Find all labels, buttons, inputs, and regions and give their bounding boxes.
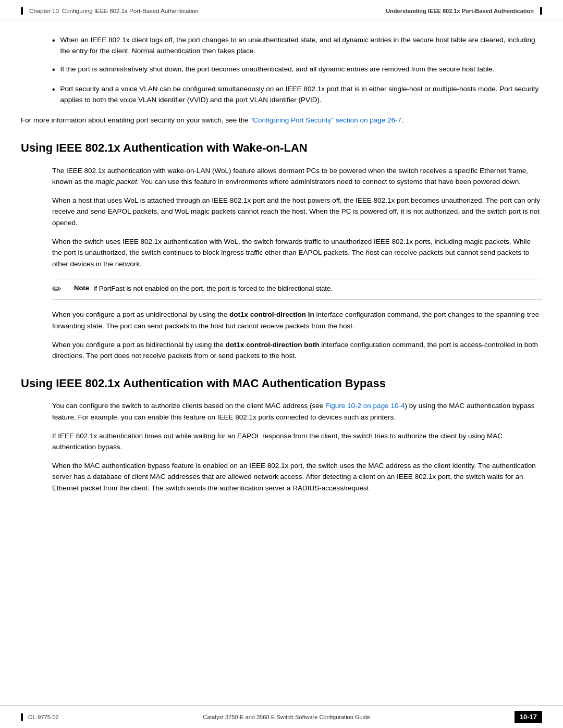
bullet-list: When an IEEE 802.1x client logs off, the… [21, 35, 542, 105]
magic-packet-italic: magic packet [95, 178, 137, 186]
figure-link[interactable]: Figure 10-2 on page 10-4 [325, 402, 405, 410]
header-bar-right [540, 7, 542, 15]
section1-para-after2: When you configure a port as bidirection… [21, 339, 542, 362]
note-label: Note [74, 283, 89, 292]
list-item: If the port is administratively shut dow… [21, 64, 542, 77]
section1-para3: When the switch uses IEEE 802.1x authent… [21, 236, 542, 270]
cmd-bidirectional: dot1x control-direction both [225, 341, 319, 349]
header-right-title: Understanding IEEE 802.1x Port-Based Aut… [386, 8, 534, 14]
for-more-text-pre: For more information about enabling port… [21, 116, 250, 124]
bullet-text-3: Port security and a voice VLAN can be co… [60, 84, 542, 106]
footer-center-text: Catalyst 3750-E and 3560-E Switch Softwa… [203, 714, 370, 720]
section2-para1: You can configure the switch to authoriz… [21, 400, 542, 423]
bullet-text-1: When an IEEE 802.1x client logs off, the… [60, 35, 542, 57]
page: Chapter 10 Configuring IEEE 802.1x Port-… [0, 0, 563, 728]
page-number: 10-17 [515, 711, 542, 723]
header-bar-left [21, 7, 23, 15]
page-header: Chapter 10 Configuring IEEE 802.1x Port-… [0, 0, 563, 20]
for-more-text-post: . [401, 116, 403, 124]
page-number-text: 10-17 [520, 713, 537, 721]
note-text: If PortFast is not enabled on the port, … [93, 283, 542, 294]
note-box: ✏ Note If PortFast is not enabled on the… [52, 279, 542, 300]
cmd-unidirectional: dot1x control-direction in [229, 311, 314, 318]
header-left: Chapter 10 Configuring IEEE 802.1x Port-… [21, 7, 199, 15]
footer-bar-left [21, 713, 23, 721]
for-more-para: For more information about enabling port… [21, 115, 542, 126]
header-right: Understanding IEEE 802.1x Port-Based Aut… [386, 7, 542, 15]
page-footer: OL-9775-02 Catalyst 3750-E and 3560-E Sw… [0, 705, 563, 728]
section2-para2: If IEEE 802.1x authentication times out … [21, 430, 542, 453]
section1-para2: When a host that uses WoL is attached th… [21, 195, 542, 229]
footer-doc-id: OL-9775-02 [28, 714, 59, 720]
bullet-text-2: If the port is administratively shut dow… [60, 64, 495, 75]
list-item: When an IEEE 802.1x client logs off, the… [21, 35, 542, 57]
section2-heading: Using IEEE 802.1x Authentication with MA… [21, 376, 542, 391]
for-more-link[interactable]: "Configuring Port Security" section on p… [250, 116, 401, 124]
section1-para1: The IEEE 802.1x authentication with wake… [21, 165, 542, 188]
section2-para3: When the MAC authentication bypass featu… [21, 460, 542, 494]
footer-left: OL-9775-02 [21, 713, 59, 721]
note-pencil-icon: ✏ [52, 283, 71, 295]
header-chapter-label: Chapter 10 [29, 8, 59, 14]
footer-center: Catalyst 3750-E and 3560-E Switch Softwa… [203, 714, 370, 720]
section1-heading: Using IEEE 802.1x Authentication with Wa… [21, 141, 542, 156]
main-content: When an IEEE 802.1x client logs off, the… [0, 20, 563, 522]
section1-para-after1: When you configure a port as unidirectio… [21, 309, 542, 331]
list-item: Port security and a voice VLAN can be co… [21, 84, 542, 106]
header-chapter-title: Configuring IEEE 802.1x Port-Based Authe… [62, 8, 199, 14]
